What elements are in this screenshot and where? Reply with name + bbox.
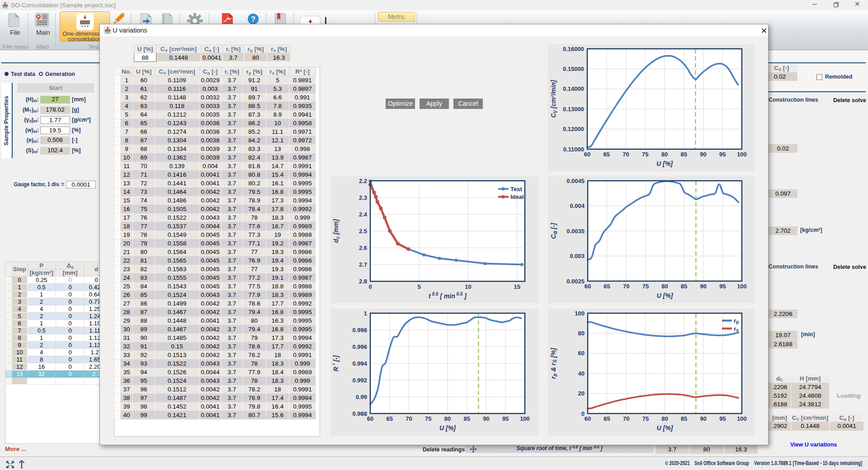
svg-text:0.998: 0.998 — [352, 327, 367, 334]
svg-text:90: 90 — [483, 415, 489, 422]
svg-text:60: 60 — [585, 415, 591, 422]
svg-text:10: 10 — [465, 283, 471, 290]
svg-text:U [%]: U [%] — [657, 424, 674, 432]
svg-text:85: 85 — [681, 415, 687, 422]
svg-text:40: 40 — [578, 370, 585, 377]
svg-text:80: 80 — [661, 283, 668, 290]
svg-text:2.5: 2.5 — [359, 228, 367, 235]
svg-text:65: 65 — [387, 415, 393, 422]
svg-text:75: 75 — [642, 151, 648, 158]
svg-text:0: 0 — [368, 283, 372, 290]
svg-text:85: 85 — [464, 415, 470, 422]
svg-text:65: 65 — [604, 283, 610, 290]
svg-text:20: 20 — [578, 390, 585, 397]
svg-text:100: 100 — [575, 310, 585, 317]
svg-text:0.16000: 0.16000 — [563, 46, 584, 52]
svg-text:Test: Test — [510, 186, 522, 193]
svg-text:70: 70 — [623, 283, 629, 290]
svg-text:15: 15 — [514, 283, 520, 290]
svg-text:85: 85 — [681, 283, 687, 290]
svg-text:90: 90 — [700, 283, 707, 290]
svg-text:70: 70 — [406, 415, 412, 422]
svg-text:2.3: 2.3 — [359, 194, 367, 201]
svg-text:95: 95 — [719, 283, 726, 290]
svg-text:75: 75 — [425, 415, 431, 422]
svg-text:100: 100 — [737, 415, 747, 422]
svg-text:U [%]: U [%] — [657, 292, 674, 299]
svg-text:?: ? — [251, 15, 255, 24]
svg-text:0.11000: 0.11000 — [563, 146, 584, 153]
svg-text:5: 5 — [418, 283, 421, 290]
svg-text:U [%]: U [%] — [656, 160, 673, 167]
svg-text:0.0035: 0.0035 — [566, 228, 585, 235]
svg-text:0.12000: 0.12000 — [563, 126, 584, 132]
svg-text:65: 65 — [604, 151, 610, 158]
svg-text:85: 85 — [681, 151, 687, 158]
svg-text:0.0045: 0.0045 — [566, 178, 585, 184]
svg-text:75: 75 — [642, 283, 649, 290]
svg-text:Ideal: Ideal — [510, 193, 524, 200]
svg-text:75: 75 — [642, 415, 649, 422]
svg-text:80: 80 — [578, 330, 585, 337]
svg-text:1: 1 — [364, 310, 367, 317]
svg-text:60: 60 — [367, 415, 373, 422]
svg-text:0.99: 0.99 — [356, 394, 367, 400]
svg-text:dc [mm]: dc [mm] — [332, 219, 340, 243]
svg-text:60: 60 — [584, 151, 590, 158]
svg-text:0.15000: 0.15000 — [563, 66, 584, 72]
svg-text:0.992: 0.992 — [352, 377, 367, 384]
svg-text:60: 60 — [585, 283, 591, 290]
svg-text:0.996: 0.996 — [352, 343, 367, 350]
svg-text:100: 100 — [737, 151, 747, 158]
svg-text:60: 60 — [578, 350, 585, 357]
svg-text:95: 95 — [719, 151, 726, 158]
svg-text:0.14000: 0.14000 — [563, 85, 584, 92]
svg-text:95: 95 — [719, 415, 726, 422]
svg-text:80: 80 — [661, 151, 668, 158]
svg-text:2.2: 2.2 — [359, 178, 367, 184]
svg-text:R ² [-]: R ² [-] — [331, 355, 340, 371]
svg-text:0.003: 0.003 — [570, 253, 585, 259]
svg-text:0.004: 0.004 — [570, 202, 585, 209]
svg-text:100: 100 — [737, 283, 747, 290]
svg-text:90: 90 — [700, 415, 707, 422]
svg-text:80: 80 — [444, 415, 451, 422]
svg-text:U [%]: U [%] — [439, 424, 456, 432]
svg-text:0.13000: 0.13000 — [563, 106, 584, 113]
svg-text:0.994: 0.994 — [352, 360, 367, 367]
svg-text:0.988: 0.988 — [352, 410, 367, 417]
svg-text:100: 100 — [520, 415, 530, 422]
svg-text:95: 95 — [502, 415, 509, 422]
svg-text:65: 65 — [604, 415, 610, 422]
svg-text:2.8: 2.8 — [359, 278, 367, 285]
svg-text:2.6: 2.6 — [359, 244, 367, 251]
svg-text:70: 70 — [623, 151, 629, 158]
svg-text:2.4: 2.4 — [359, 211, 368, 218]
svg-text:70: 70 — [623, 415, 629, 422]
svg-text:0.0025: 0.0025 — [566, 278, 585, 285]
svg-text:2.7: 2.7 — [359, 261, 367, 268]
svg-text:90: 90 — [700, 151, 706, 158]
svg-text:80: 80 — [661, 415, 668, 422]
